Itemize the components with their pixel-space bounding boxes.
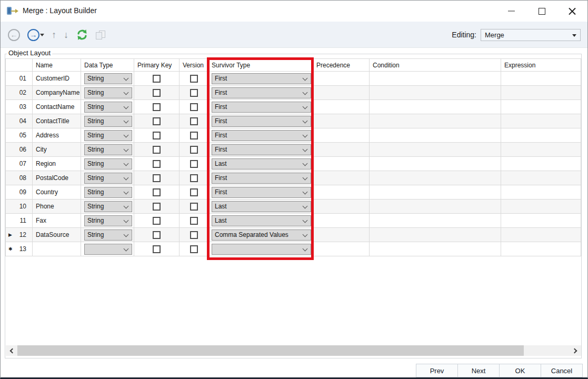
row-selector[interactable]: 07 [6, 157, 33, 171]
data-type-select[interactable]: String [84, 173, 132, 184]
scrollbar-thumb[interactable] [17, 345, 524, 356]
primary-key-checkbox[interactable] [153, 245, 161, 253]
refresh-icon[interactable] [76, 29, 88, 41]
survivor-type-select[interactable]: First [212, 187, 311, 198]
primary-key-checkbox[interactable] [153, 132, 161, 139]
scroll-left-button[interactable] [6, 345, 17, 356]
condition-cell[interactable] [370, 72, 501, 86]
close-button[interactable] [557, 1, 587, 22]
next-button[interactable]: Next [457, 364, 500, 377]
expression-cell[interactable] [501, 128, 581, 143]
expression-cell[interactable] [501, 242, 581, 256]
version-checkbox[interactable] [190, 89, 198, 97]
name-cell[interactable]: Address [33, 128, 81, 143]
condition-cell[interactable] [370, 100, 501, 114]
name-cell[interactable]: City [33, 143, 81, 157]
primary-key-checkbox[interactable] [153, 203, 161, 211]
version-checkbox[interactable] [190, 203, 198, 211]
back-icon[interactable]: ← [8, 29, 20, 41]
survivor-type-select[interactable]: First [212, 73, 311, 84]
precedence-cell[interactable] [313, 214, 370, 228]
name-cell[interactable]: Fax [33, 214, 81, 228]
version-checkbox[interactable] [190, 117, 198, 125]
version-checkbox[interactable] [190, 174, 198, 182]
data-type-select[interactable]: String [84, 158, 132, 169]
forward-icon[interactable]: → [27, 29, 39, 41]
expression-cell[interactable] [501, 157, 581, 171]
condition-cell[interactable] [370, 228, 501, 242]
scroll-right-button[interactable] [570, 345, 581, 356]
row-selector[interactable]: 05 [6, 128, 33, 143]
name-cell[interactable]: ContactTitle [33, 114, 81, 128]
condition-cell[interactable] [370, 242, 501, 256]
survivor-type-select[interactable]: First [212, 173, 311, 184]
expression-cell[interactable] [501, 86, 581, 100]
primary-key-checkbox[interactable] [153, 174, 161, 182]
copy-icon[interactable] [96, 31, 105, 39]
row-selector[interactable]: ✱13 [6, 242, 33, 256]
condition-cell[interactable] [370, 128, 501, 143]
precedence-cell[interactable] [313, 143, 370, 157]
version-checkbox[interactable] [190, 160, 198, 168]
data-type-select[interactable]: String [84, 187, 132, 198]
precedence-cell[interactable] [313, 86, 370, 100]
precedence-cell[interactable] [313, 242, 370, 256]
condition-cell[interactable] [370, 157, 501, 171]
expression-cell[interactable] [501, 143, 581, 157]
prev-button[interactable]: Prev [416, 364, 458, 377]
precedence-cell[interactable] [313, 114, 370, 128]
minimize-button[interactable] [496, 1, 526, 22]
primary-key-checkbox[interactable] [153, 89, 161, 97]
data-type-select[interactable]: String [84, 102, 132, 113]
precedence-cell[interactable] [313, 128, 370, 143]
expression-cell[interactable] [501, 171, 581, 185]
row-selector[interactable]: 02 [6, 86, 33, 100]
survivor-type-select[interactable]: Last [212, 158, 311, 169]
survivor-type-select[interactable]: First [212, 87, 311, 98]
cancel-button[interactable]: Cancel [541, 364, 583, 377]
data-type-select[interactable]: String [84, 144, 132, 155]
survivor-type-select[interactable]: First [212, 130, 311, 141]
primary-key-checkbox[interactable] [153, 75, 161, 83]
ok-button[interactable]: OK [499, 364, 541, 377]
data-type-select[interactable]: String [84, 230, 132, 241]
name-cell[interactable]: PostalCode [33, 171, 81, 185]
expression-cell[interactable] [501, 200, 581, 214]
condition-cell[interactable] [370, 114, 501, 128]
name-cell[interactable]: CustomerID [33, 72, 81, 86]
survivor-type-select[interactable]: First [212, 116, 311, 127]
precedence-cell[interactable] [313, 200, 370, 214]
primary-key-checkbox[interactable] [153, 160, 161, 168]
name-cell[interactable] [33, 242, 81, 256]
name-cell[interactable]: Country [33, 185, 81, 200]
primary-key-checkbox[interactable] [153, 188, 161, 196]
expression-cell[interactable] [501, 100, 581, 114]
condition-cell[interactable] [370, 214, 501, 228]
data-type-select[interactable]: String [84, 116, 132, 127]
data-type-select[interactable]: String [84, 215, 132, 226]
primary-key-checkbox[interactable] [153, 103, 161, 111]
version-checkbox[interactable] [190, 188, 198, 196]
version-checkbox[interactable] [190, 245, 198, 253]
version-checkbox[interactable] [190, 132, 198, 139]
condition-cell[interactable] [370, 86, 501, 100]
data-type-select[interactable]: String [84, 201, 132, 212]
primary-key-checkbox[interactable] [153, 231, 161, 239]
row-selector[interactable]: 08 [6, 171, 33, 185]
editing-combobox[interactable]: Merge [481, 29, 581, 41]
primary-key-checkbox[interactable] [153, 217, 161, 225]
maximize-button[interactable] [526, 1, 557, 22]
precedence-cell[interactable] [313, 185, 370, 200]
expression-cell[interactable] [501, 214, 581, 228]
survivor-type-select[interactable] [212, 244, 311, 255]
primary-key-checkbox[interactable] [153, 146, 161, 154]
version-checkbox[interactable] [190, 231, 198, 239]
expression-cell[interactable] [501, 72, 581, 86]
horizontal-scrollbar[interactable] [6, 345, 581, 356]
row-selector[interactable]: 11 [6, 214, 33, 228]
condition-cell[interactable] [370, 143, 501, 157]
primary-key-checkbox[interactable] [153, 117, 161, 125]
name-cell[interactable]: ContactName [33, 100, 81, 114]
row-selector[interactable]: 04 [6, 114, 33, 128]
expression-cell[interactable] [501, 185, 581, 200]
